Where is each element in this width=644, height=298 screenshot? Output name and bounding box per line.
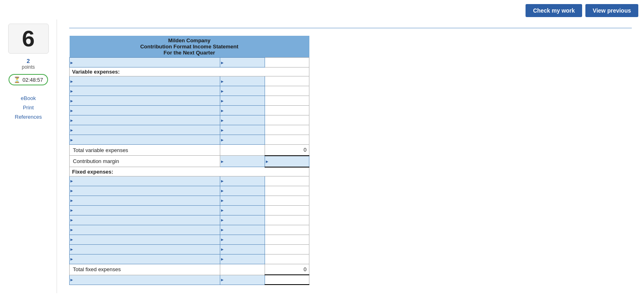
view-previous-button[interactable]: View previous [585, 4, 638, 17]
var-col3-3[interactable] [266, 97, 309, 105]
fixed-expenses-header-row: Fixed expenses: [70, 167, 309, 176]
ebook-button[interactable]: eBook [21, 95, 36, 101]
fix-expense-row-8 [70, 244, 309, 254]
page-layout: 6 2 points ⏳ 02:48:57 eBook Print Refere… [0, 0, 644, 293]
total-var-col2[interactable] [223, 146, 262, 154]
var-expense-row-1 [70, 76, 309, 86]
points-value: 2 [27, 58, 30, 64]
sidebar: 6 2 points ⏳ 02:48:57 eBook Print Refere… [0, 20, 57, 293]
var-expense-row-7 [70, 135, 309, 145]
variable-expenses-header-row: Variable expenses: [70, 67, 309, 76]
question-number: 6 [8, 24, 49, 54]
net-income-col2[interactable] [221, 276, 264, 284]
var-col2-6[interactable] [221, 126, 264, 134]
var-col2-3[interactable] [221, 97, 264, 105]
sales-col3-cell[interactable] [265, 58, 309, 67]
fix-col2-9[interactable] [221, 255, 264, 263]
sales-col2-input[interactable] [221, 59, 264, 67]
sales-label-input[interactable] [73, 59, 219, 67]
fix-col3-2[interactable] [266, 187, 309, 195]
fix-label-8[interactable] [73, 245, 219, 253]
var-col3-6[interactable] [266, 126, 309, 134]
fix-col2-3[interactable] [221, 196, 264, 204]
points-label: points [22, 64, 35, 70]
fix-col3-1[interactable] [266, 177, 309, 185]
fix-label-3[interactable] [73, 196, 219, 204]
fix-expense-row-3 [70, 196, 309, 205]
divider [69, 28, 632, 28]
fix-col2-6[interactable] [221, 226, 264, 234]
var-col3-4[interactable] [266, 107, 309, 115]
total-fixed-value: 0 [265, 264, 309, 275]
contrib-col2[interactable] [223, 157, 262, 165]
var-col2-5[interactable] [221, 116, 264, 124]
total-fix-col2[interactable] [223, 265, 262, 274]
total-variable-value: 0 [265, 145, 309, 156]
company-name: Milden Company [72, 37, 307, 44]
total-variable-row: Total variable expenses 0 [70, 145, 309, 156]
timer-display: ⏳ 02:48:57 [9, 74, 48, 85]
fix-col2-2[interactable] [221, 187, 264, 195]
fix-label-2[interactable] [73, 187, 219, 195]
var-col3-2[interactable] [266, 87, 309, 95]
fix-col3-4[interactable] [266, 206, 309, 214]
fix-col3-7[interactable] [266, 235, 309, 244]
fix-label-4[interactable] [73, 206, 219, 214]
statement-title: Contribution Format Income Statement [72, 44, 307, 50]
references-button[interactable]: References [15, 114, 42, 120]
var-col3-1[interactable] [266, 77, 309, 85]
total-fixed-label: Total fixed expenses [70, 264, 220, 275]
main-content: Milden Company Contribution Format Incom… [57, 20, 644, 293]
income-statement-table: Milden Company Contribution Format Incom… [69, 36, 309, 285]
fix-col2-5[interactable] [221, 216, 264, 224]
var-col2-7[interactable] [221, 136, 264, 144]
var-label-7[interactable] [73, 136, 219, 144]
fix-col2-8[interactable] [221, 245, 264, 253]
contribution-margin-row: Contribution margin [70, 156, 309, 167]
sales-label-cell[interactable] [70, 58, 220, 67]
var-col3-7[interactable] [266, 136, 309, 144]
var-label-3[interactable] [73, 97, 219, 105]
fix-col2-4[interactable] [221, 206, 264, 214]
fix-label-9[interactable] [73, 255, 219, 263]
var-col2-2[interactable] [221, 87, 264, 95]
top-bar: Check my work View previous [520, 0, 644, 21]
contribution-margin-label: Contribution margin [70, 156, 220, 167]
fix-col2-7[interactable] [221, 235, 264, 244]
var-expense-row-3 [70, 96, 309, 106]
fix-expense-row-1 [70, 176, 309, 186]
sales-col2-cell[interactable] [220, 58, 265, 67]
fix-col3-6[interactable] [266, 226, 309, 234]
fix-label-5[interactable] [73, 216, 219, 224]
fix-label-1[interactable] [73, 177, 219, 185]
var-label-2[interactable] [73, 87, 219, 95]
fix-expense-row-4 [70, 205, 309, 215]
var-label-6[interactable] [73, 126, 219, 134]
var-col2-1[interactable] [221, 77, 264, 85]
sales-col3-input[interactable] [266, 59, 309, 67]
fix-col2-1[interactable] [221, 177, 264, 185]
fix-expense-row-6 [70, 225, 309, 235]
var-label-5[interactable] [73, 116, 219, 124]
var-col2-4[interactable] [221, 107, 264, 115]
net-income-col3[interactable] [266, 276, 309, 284]
net-income-label[interactable] [73, 276, 219, 284]
print-button[interactable]: Print [23, 104, 34, 111]
fix-col3-5[interactable] [266, 216, 309, 224]
var-label-1[interactable] [73, 77, 219, 85]
check-my-work-button[interactable]: Check my work [526, 4, 582, 17]
fix-label-6[interactable] [73, 226, 219, 234]
fix-col3-3[interactable] [266, 196, 309, 204]
var-col3-5[interactable] [266, 116, 309, 124]
var-label-4[interactable] [73, 107, 219, 115]
fix-col3-8[interactable] [266, 245, 309, 253]
period-title: For the Next Quarter [72, 50, 307, 56]
var-expense-row-4 [70, 106, 309, 115]
fix-label-7[interactable] [73, 235, 219, 244]
timer-value: 02:48:57 [22, 77, 43, 83]
table-header: Milden Company Contribution Format Incom… [70, 36, 309, 58]
fix-expense-row-5 [70, 215, 309, 225]
contrib-col3[interactable] [267, 157, 307, 165]
fix-col3-9[interactable] [266, 255, 309, 263]
fix-expense-row-2 [70, 186, 309, 196]
